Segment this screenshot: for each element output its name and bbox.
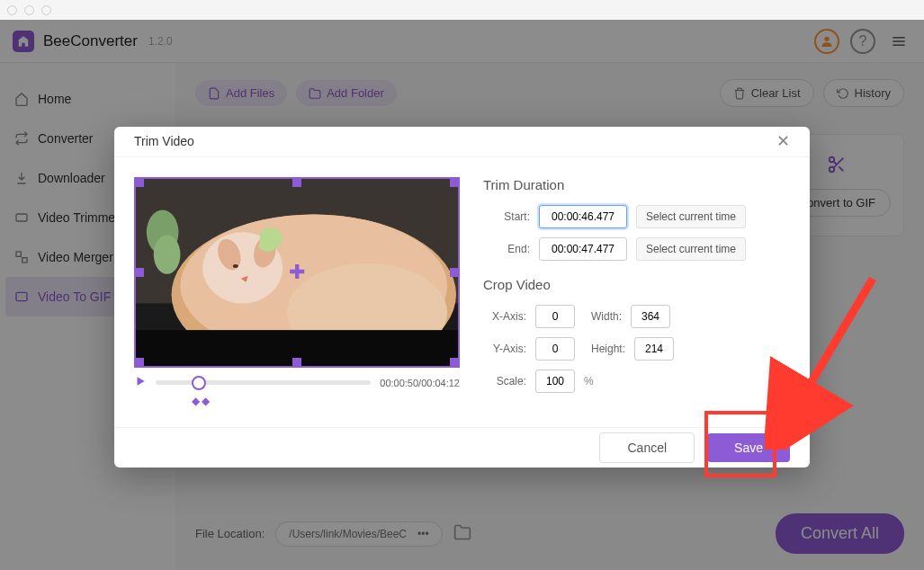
start-time-input[interactable]: [539, 205, 627, 228]
crop-handle[interactable]: [292, 358, 301, 367]
end-time-input[interactable]: [539, 237, 627, 261]
end-label: End:: [483, 243, 530, 255]
crop-handle[interactable]: [450, 358, 459, 367]
close-icon[interactable]: ✕: [776, 131, 790, 151]
y-axis-input[interactable]: [535, 337, 575, 361]
start-label: Start:: [483, 210, 530, 223]
scale-label: Scale:: [483, 375, 526, 387]
trim-video-modal: Trim Video ✕: [114, 127, 810, 468]
timeline-slider[interactable]: [156, 380, 371, 385]
crop-handle[interactable]: [292, 178, 301, 187]
timeline-knob[interactable]: [192, 376, 206, 390]
svg-point-20: [233, 264, 238, 268]
x-axis-label: X-Axis:: [483, 310, 526, 323]
scale-input[interactable]: [535, 370, 575, 393]
playback-time: 00:00:50/00:04:12: [380, 378, 460, 388]
crop-handle[interactable]: [450, 268, 459, 277]
svg-point-23: [154, 235, 181, 274]
crop-handle[interactable]: [135, 358, 144, 367]
trim-markers[interactable]: ◆ ◆: [157, 395, 460, 407]
trim-duration-title: Trim Duration: [483, 177, 790, 192]
center-cross-icon[interactable]: ✚: [289, 261, 305, 284]
mac-maximize-dot[interactable]: [41, 5, 51, 15]
cancel-button[interactable]: Cancel: [599, 432, 695, 463]
scale-unit: %: [584, 375, 594, 387]
crop-handle[interactable]: [135, 268, 144, 277]
width-input[interactable]: [631, 305, 670, 328]
window-chrome: [0, 0, 924, 20]
height-label: Height:: [591, 343, 625, 355]
save-button[interactable]: Save: [707, 433, 790, 462]
width-label: Width:: [591, 310, 622, 323]
crop-handle[interactable]: [450, 178, 459, 187]
video-preview[interactable]: ✚: [134, 177, 460, 368]
crop-handle[interactable]: [135, 178, 144, 187]
height-input[interactable]: [634, 337, 674, 361]
x-axis-input[interactable]: [535, 305, 575, 328]
select-current-time-end[interactable]: Select current time: [636, 237, 746, 261]
select-current-time-start[interactable]: Select current time: [636, 205, 746, 228]
play-button[interactable]: [134, 375, 147, 391]
modal-title: Trim Video: [134, 134, 194, 148]
svg-marker-25: [138, 377, 145, 385]
mac-minimize-dot[interactable]: [24, 5, 34, 15]
crop-video-title: Crop Video: [483, 277, 790, 292]
y-axis-label: Y-Axis:: [483, 343, 526, 355]
mac-close-dot[interactable]: [7, 5, 17, 15]
